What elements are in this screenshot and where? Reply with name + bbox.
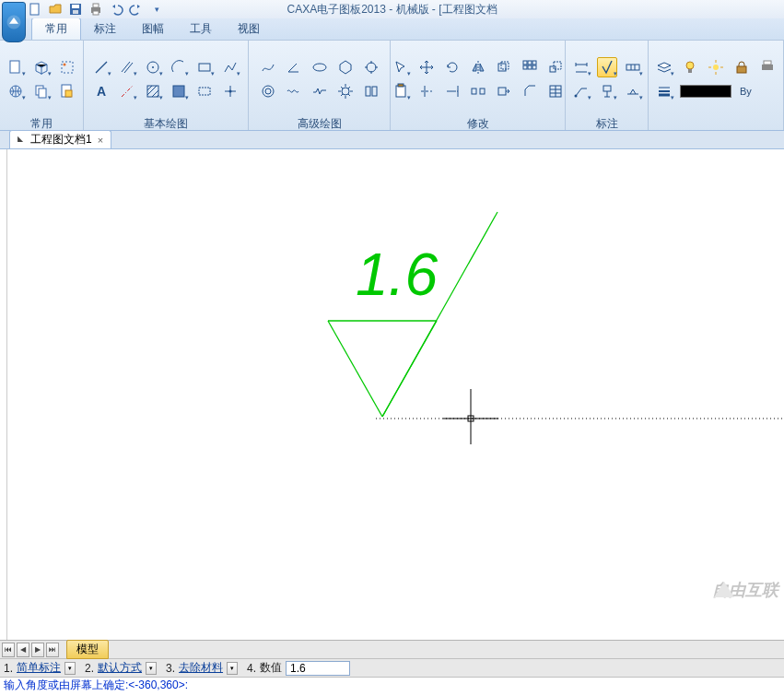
line-icon[interactable] xyxy=(91,57,111,77)
tab-tools[interactable]: 工具 xyxy=(177,18,225,40)
scale-icon[interactable] xyxy=(545,57,566,77)
layer-icon[interactable] xyxy=(654,57,674,77)
svg-rect-62 xyxy=(626,65,639,70)
svg-rect-24 xyxy=(173,86,184,97)
surface-finish-icon[interactable] xyxy=(597,57,617,77)
chamfer-icon[interactable] xyxy=(520,81,540,101)
ellipse-icon[interactable] xyxy=(310,57,330,77)
copy-icon[interactable] xyxy=(31,81,52,101)
chevron-down-icon[interactable]: ▾ xyxy=(64,662,76,675)
wave-icon[interactable] xyxy=(284,81,304,101)
opt-material[interactable]: 3. 去除材料 ▾ xyxy=(166,660,245,676)
app-menu-button[interactable] xyxy=(2,2,26,42)
tab-frame[interactable]: 图幅 xyxy=(129,18,177,40)
svg-point-31 xyxy=(263,86,274,97)
drawing-canvas[interactable]: 1.6 自由互联 xyxy=(7,149,784,640)
close-icon[interactable]: × xyxy=(98,135,103,146)
angle-icon[interactable] xyxy=(284,57,304,77)
lineweight-icon[interactable] xyxy=(654,81,674,101)
panel-label-common: 常用 xyxy=(6,113,77,128)
document-tab[interactable]: ◣ 工程图文档1 × xyxy=(9,130,111,148)
select-icon[interactable] xyxy=(57,57,77,77)
hatch-icon[interactable] xyxy=(143,81,163,101)
new-icon[interactable] xyxy=(28,2,42,17)
zigzag-icon[interactable] xyxy=(310,81,330,101)
dim-linear-icon[interactable] xyxy=(571,57,591,77)
lock-icon[interactable] xyxy=(731,57,752,77)
datum-icon[interactable] xyxy=(597,81,617,101)
svg-line-17 xyxy=(122,62,130,72)
arc-icon[interactable] xyxy=(169,57,189,77)
gear-icon[interactable] xyxy=(335,81,356,101)
parallel-icon[interactable] xyxy=(117,57,137,77)
block-icon[interactable] xyxy=(361,81,381,101)
model-tab[interactable]: 模型 xyxy=(66,640,109,659)
nav-first-icon[interactable]: ⏮ xyxy=(2,643,15,657)
array-icon[interactable] xyxy=(520,57,540,77)
print-icon[interactable] xyxy=(88,2,103,17)
svg-point-29 xyxy=(313,64,326,71)
weld-icon[interactable] xyxy=(623,81,643,101)
ring-icon[interactable] xyxy=(258,81,278,101)
properties-icon[interactable] xyxy=(57,81,77,101)
chevron-down-icon[interactable]: ▾ xyxy=(146,662,157,675)
nav-prev-icon[interactable]: ◀ xyxy=(17,643,29,657)
color-swatch[interactable] xyxy=(680,85,731,98)
clipboard-icon[interactable] xyxy=(391,81,411,101)
fill-icon[interactable] xyxy=(169,81,189,101)
construct-icon[interactable] xyxy=(361,57,381,77)
cursor-icon[interactable] xyxy=(391,57,411,77)
value-input[interactable] xyxy=(286,661,350,676)
spline-icon[interactable] xyxy=(258,57,278,77)
svg-line-87 xyxy=(328,321,382,417)
sun-icon[interactable] xyxy=(706,57,726,77)
opt-mode[interactable]: 1. 简单标注 ▾ xyxy=(4,660,83,676)
rect-icon[interactable] xyxy=(194,57,215,77)
undo-icon[interactable] xyxy=(109,2,123,17)
tolerance-icon[interactable] xyxy=(623,57,643,77)
redo-icon[interactable] xyxy=(129,2,144,17)
extend-icon[interactable] xyxy=(442,81,462,101)
svg-point-71 xyxy=(713,65,719,70)
tab-annotation[interactable]: 标注 xyxy=(81,18,129,40)
open-icon[interactable] xyxy=(48,2,63,17)
circle-icon[interactable] xyxy=(143,57,163,77)
leader-icon[interactable] xyxy=(571,81,591,101)
move-icon[interactable] xyxy=(416,57,437,77)
table-icon[interactable] xyxy=(545,81,566,101)
cube-icon[interactable] xyxy=(31,57,52,77)
svg-point-33 xyxy=(342,88,349,95)
point-icon[interactable] xyxy=(220,81,240,101)
qat-more-icon[interactable]: ▾ xyxy=(149,2,164,17)
svg-rect-45 xyxy=(554,62,561,69)
printer-icon[interactable] xyxy=(757,57,778,77)
command-line[interactable]: 输入角度或由屏幕上确定:<-360,360>: xyxy=(0,677,784,693)
bulb-icon[interactable] xyxy=(680,57,700,77)
new-doc-icon[interactable] xyxy=(6,57,26,77)
polyline-icon[interactable] xyxy=(220,57,240,77)
offset-icon[interactable] xyxy=(494,57,514,77)
stretch-icon[interactable] xyxy=(494,81,514,101)
centerline-icon[interactable] xyxy=(117,81,137,101)
svg-rect-9 xyxy=(62,62,73,73)
region-icon[interactable] xyxy=(194,81,215,101)
polygon-icon[interactable] xyxy=(335,57,356,77)
opt-style[interactable]: 2. 默认方式 ▾ xyxy=(85,660,164,676)
watermark: 自由互联 xyxy=(712,579,778,601)
rotate-icon[interactable] xyxy=(442,57,462,77)
svg-rect-55 xyxy=(498,88,506,95)
nav-last-icon[interactable]: ⏭ xyxy=(46,643,59,657)
svg-point-69 xyxy=(686,62,694,69)
trim-icon[interactable] xyxy=(416,81,437,101)
globe-icon[interactable] xyxy=(6,81,26,101)
tab-common[interactable]: 常用 xyxy=(31,18,81,40)
nav-next-icon[interactable]: ▶ xyxy=(31,643,44,657)
svg-rect-43 xyxy=(532,65,536,69)
window-title: CAXA电子图板2013 - 机械版 - [工程图文档 xyxy=(287,2,497,18)
tab-view[interactable]: 视图 xyxy=(225,18,273,40)
mirror-icon[interactable] xyxy=(468,57,488,77)
save-icon[interactable] xyxy=(68,2,83,17)
text-icon[interactable]: A xyxy=(91,81,111,101)
chevron-down-icon[interactable]: ▾ xyxy=(227,662,238,675)
break-icon[interactable] xyxy=(468,81,488,101)
